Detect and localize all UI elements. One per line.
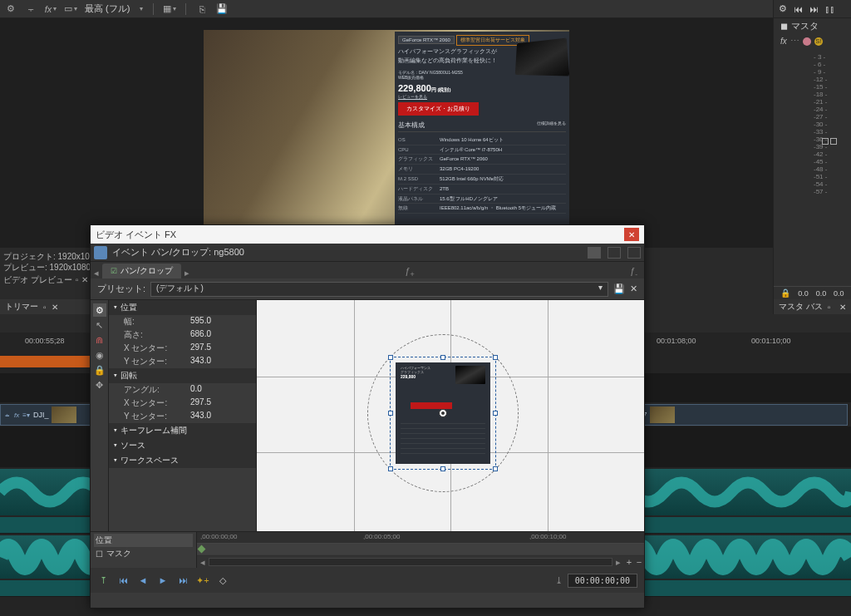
scroll-track[interactable] (209, 558, 612, 566)
resize-handle[interactable] (493, 355, 498, 360)
kf-timecode[interactable]: 00:00:00;00 (568, 574, 637, 588)
lock-aspect-icon[interactable]: 🔒 (93, 363, 106, 377)
grid-icon[interactable]: ▦▾ (164, 3, 175, 15)
preview-video[interactable]: GeForce RTX™ 2060 標準翌営日出荷サービス対象 ハイパフォーマン… (204, 30, 569, 236)
video-event-fx-dialog: ビデオ イベント FX ✕ イベント パン/クロップ: ng5800 ◂ パン/… (90, 224, 645, 609)
master-panel: ⚙ ⏮ ⏭ ⫿⫿ ◼マスタ fx ⋯ S! - 3 -- 6 -- 9 - -1… (773, 0, 851, 299)
fx-chip[interactable]: fx (780, 37, 787, 46)
remove-fx-icon[interactable]: ƒ- (630, 266, 637, 278)
gear-icon[interactable]: ⚙ (93, 303, 106, 317)
plugin-tab-row: ◂ パン/クロップ ▸ ƒ+ ƒ- (91, 262, 644, 278)
clip-crop-icon[interactable]: ⫨ (4, 411, 11, 419)
keyframe-diamond[interactable] (198, 545, 206, 554)
add-kf-icon[interactable]: ✦+ (197, 574, 209, 586)
section-rotation[interactable]: 回転 (109, 368, 256, 383)
dialog-resize-strip[interactable] (91, 593, 644, 608)
prop-ycenter[interactable]: 343.0 (190, 356, 211, 367)
mask-checkbox[interactable]: ☐ (96, 549, 103, 559)
scroll-right-icon[interactable]: ▸ (612, 557, 624, 568)
prop-angle[interactable]: 0.0 (190, 384, 202, 396)
section-source[interactable]: ソース (109, 438, 256, 453)
master-output-icon[interactable] (813, 133, 846, 150)
skip-end-icon[interactable]: ⏭ (809, 4, 819, 14)
zoom-out-icon[interactable]: − (634, 557, 644, 567)
sync-cursor-icon[interactable]: ⤒ (97, 574, 109, 586)
kf-track-position[interactable] (197, 544, 644, 555)
center-handle[interactable] (439, 409, 447, 417)
resize-handle[interactable] (493, 411, 498, 416)
enable-snap-icon[interactable]: ◉ (93, 348, 106, 362)
zoom-in-icon[interactable]: + (624, 557, 634, 567)
dialog-titlebar[interactable]: ビデオ イベント FX ✕ (91, 225, 644, 244)
spec-table: OSWindows 10 Home 64ビット CPUインテル® Core™ i… (398, 136, 566, 214)
bus-dot-b[interactable]: S! (814, 37, 823, 46)
kf-ruler[interactable]: ,00:00:00;00 ,00:00:05;00 ,00:00:10;00 (197, 532, 644, 544)
trimmer-tab[interactable]: トリマー ▫ ✕ (0, 299, 95, 314)
arrow-tool-icon[interactable]: ↖ (93, 318, 106, 332)
faders-icon[interactable]: ⫿⫿ (825, 4, 835, 14)
section-kf-interp[interactable]: キーフレーム補間 (109, 423, 256, 438)
prop-xcenter[interactable]: 297.5 (190, 342, 211, 354)
close-icon[interactable]: ✕ (839, 303, 846, 312)
preset-select[interactable]: (デフォルト)▾ (150, 282, 608, 297)
crop-box[interactable]: ハイパフォーマンスグラフィックス229,800 (390, 357, 496, 470)
preview-tab[interactable]: ビデオ プレビュー (3, 274, 72, 285)
preview-quality[interactable]: 最高 (フル) (85, 2, 130, 15)
pan-crop-chain-icon[interactable] (94, 246, 107, 259)
close-icon[interactable]: ✕ (81, 274, 88, 285)
resize-handle[interactable] (440, 355, 445, 360)
prev-plugin-icon[interactable]: ◂ (94, 268, 99, 278)
prop-rot-xcenter[interactable]: 297.5 (190, 397, 211, 409)
master-label: マスタ (791, 21, 819, 31)
plugin-tab-pancrop[interactable]: パン/クロップ (102, 264, 181, 278)
next-plugin-icon[interactable]: ▸ (184, 268, 189, 278)
view-list-button[interactable] (588, 247, 601, 259)
close-button[interactable]: ✕ (624, 228, 639, 241)
resize-handle[interactable] (388, 411, 393, 416)
fx-icon[interactable]: fx▾ (45, 3, 57, 15)
resize-handle[interactable] (440, 466, 445, 471)
lock-icon[interactable]: 🔒 (780, 288, 790, 298)
master-stop-icon[interactable]: ◼ (780, 21, 788, 31)
kf-lane-mask[interactable]: マスク (106, 548, 131, 559)
prop-rot-ycenter[interactable]: 343.0 (190, 411, 211, 422)
prop-height[interactable]: 686.0 (190, 329, 211, 341)
skip-start-icon[interactable]: ⏮ (794, 4, 803, 14)
pancrop-canvas[interactable]: ハイパフォーマンスグラフィックス229,800 (257, 300, 644, 531)
magnet-icon[interactable]: ⋒ (93, 333, 106, 347)
split-icon[interactable]: ⫟ (25, 3, 37, 15)
cursor-follow-icon[interactable]: ⤓ (555, 575, 563, 586)
close-icon[interactable]: ✕ (52, 303, 58, 312)
view-grid-button[interactable] (627, 247, 641, 259)
resize-handle[interactable] (388, 466, 393, 471)
save-icon[interactable]: 💾 (216, 3, 228, 15)
first-kf-icon[interactable]: ⏮ (117, 574, 129, 586)
resize-handle[interactable] (388, 355, 393, 360)
add-fx-icon[interactable]: ƒ+ (405, 266, 414, 278)
copy-icon[interactable]: ⎘ (196, 3, 208, 15)
kf-lane-position[interactable]: 位置 (96, 535, 112, 546)
gear-icon[interactable]: ⚙ (779, 3, 787, 14)
project-info: プロジェクト: 1920x1080 プレビュー: 1920x1080 ビデオ プ… (3, 251, 99, 285)
overlay-icon[interactable]: ▭▾ (65, 3, 76, 15)
save-preset-icon[interactable]: 💾 (613, 283, 625, 294)
resize-handle[interactable] (493, 466, 498, 471)
move-tool-icon[interactable]: ✥ (93, 378, 106, 392)
kf-scrollbar[interactable]: ◂ ▸ + − (197, 556, 644, 568)
delete-preset-icon[interactable]: ✕ (630, 283, 637, 294)
prop-width[interactable]: 595.0 (190, 316, 211, 328)
section-position[interactable]: 位置 (109, 300, 256, 315)
delete-kf-icon[interactable]: ◇ (217, 574, 229, 586)
view-tree-button[interactable] (608, 247, 621, 259)
prev-kf-icon[interactable]: ◄ (137, 574, 149, 586)
mute-icon[interactable]: ⋯ (790, 36, 799, 47)
last-kf-icon[interactable]: ⏭ (177, 574, 189, 586)
clip-fx-icon[interactable]: fx (14, 411, 19, 419)
gpu-badge: GeForce RTX™ 2060 (398, 36, 455, 44)
next-kf-icon[interactable]: ► (157, 574, 169, 586)
scroll-left-icon[interactable]: ◂ (197, 557, 209, 568)
section-workspace[interactable]: ワークスペース (109, 453, 256, 468)
gear-icon[interactable]: ⚙ (5, 3, 17, 15)
master-bus-tab[interactable]: マスタ バス▫✕ (773, 299, 851, 314)
bus-dot-a[interactable] (803, 37, 811, 46)
